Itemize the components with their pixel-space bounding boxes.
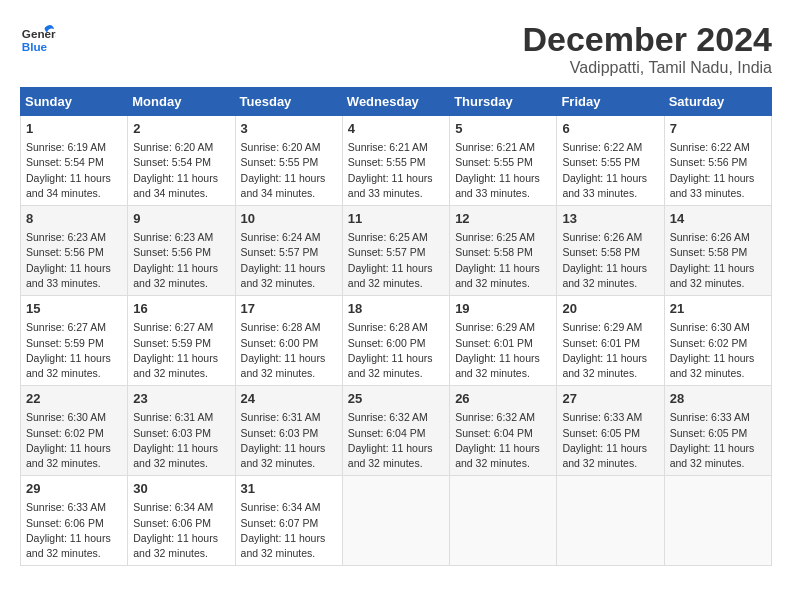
- table-row: 21Sunrise: 6:30 AMSunset: 6:02 PMDayligh…: [664, 296, 771, 386]
- col-thursday: Thursday: [450, 88, 557, 116]
- table-row: 23Sunrise: 6:31 AMSunset: 6:03 PMDayligh…: [128, 386, 235, 476]
- logo-icon: General Blue: [20, 20, 56, 56]
- day-number: 25: [348, 390, 444, 408]
- table-row: 18Sunrise: 6:28 AMSunset: 6:00 PMDayligh…: [342, 296, 449, 386]
- table-row: 10Sunrise: 6:24 AMSunset: 5:57 PMDayligh…: [235, 206, 342, 296]
- day-number: 1: [26, 120, 122, 138]
- day-number: 29: [26, 480, 122, 498]
- day-number: 28: [670, 390, 766, 408]
- table-row: 13Sunrise: 6:26 AMSunset: 5:58 PMDayligh…: [557, 206, 664, 296]
- table-row: 20Sunrise: 6:29 AMSunset: 6:01 PMDayligh…: [557, 296, 664, 386]
- cell-content: Sunrise: 6:33 AMSunset: 6:05 PMDaylight:…: [562, 410, 658, 471]
- day-number: 22: [26, 390, 122, 408]
- cell-content: Sunrise: 6:26 AMSunset: 5:58 PMDaylight:…: [562, 230, 658, 291]
- day-number: 4: [348, 120, 444, 138]
- table-row: 27Sunrise: 6:33 AMSunset: 6:05 PMDayligh…: [557, 386, 664, 476]
- day-number: 3: [241, 120, 337, 138]
- table-row: 31Sunrise: 6:34 AMSunset: 6:07 PMDayligh…: [235, 476, 342, 566]
- day-number: 12: [455, 210, 551, 228]
- table-row: [664, 476, 771, 566]
- cell-content: Sunrise: 6:25 AMSunset: 5:57 PMDaylight:…: [348, 230, 444, 291]
- page-header: General Blue December 2024 Vadippatti, T…: [20, 20, 772, 77]
- day-number: 23: [133, 390, 229, 408]
- day-number: 15: [26, 300, 122, 318]
- table-row: 24Sunrise: 6:31 AMSunset: 6:03 PMDayligh…: [235, 386, 342, 476]
- day-number: 21: [670, 300, 766, 318]
- table-row: 8Sunrise: 6:23 AMSunset: 5:56 PMDaylight…: [21, 206, 128, 296]
- cell-content: Sunrise: 6:28 AMSunset: 6:00 PMDaylight:…: [241, 320, 337, 381]
- day-number: 16: [133, 300, 229, 318]
- day-number: 30: [133, 480, 229, 498]
- day-number: 13: [562, 210, 658, 228]
- svg-text:Blue: Blue: [22, 40, 48, 53]
- cell-content: Sunrise: 6:33 AMSunset: 6:06 PMDaylight:…: [26, 500, 122, 561]
- cell-content: Sunrise: 6:26 AMSunset: 5:58 PMDaylight:…: [670, 230, 766, 291]
- col-wednesday: Wednesday: [342, 88, 449, 116]
- day-number: 24: [241, 390, 337, 408]
- day-number: 10: [241, 210, 337, 228]
- col-monday: Monday: [128, 88, 235, 116]
- table-row: [342, 476, 449, 566]
- day-number: 2: [133, 120, 229, 138]
- day-number: 19: [455, 300, 551, 318]
- calendar-table: Sunday Monday Tuesday Wednesday Thursday…: [20, 87, 772, 566]
- cell-content: Sunrise: 6:21 AMSunset: 5:55 PMDaylight:…: [348, 140, 444, 201]
- cell-content: Sunrise: 6:32 AMSunset: 6:04 PMDaylight:…: [348, 410, 444, 471]
- day-number: 8: [26, 210, 122, 228]
- cell-content: Sunrise: 6:23 AMSunset: 5:56 PMDaylight:…: [26, 230, 122, 291]
- day-number: 7: [670, 120, 766, 138]
- table-row: 6Sunrise: 6:22 AMSunset: 5:55 PMDaylight…: [557, 116, 664, 206]
- calendar-week-row: 29Sunrise: 6:33 AMSunset: 6:06 PMDayligh…: [21, 476, 772, 566]
- cell-content: Sunrise: 6:21 AMSunset: 5:55 PMDaylight:…: [455, 140, 551, 201]
- table-row: 4Sunrise: 6:21 AMSunset: 5:55 PMDaylight…: [342, 116, 449, 206]
- title-block: December 2024 Vadippatti, Tamil Nadu, In…: [522, 20, 772, 77]
- cell-content: Sunrise: 6:34 AMSunset: 6:07 PMDaylight:…: [241, 500, 337, 561]
- calendar-week-row: 22Sunrise: 6:30 AMSunset: 6:02 PMDayligh…: [21, 386, 772, 476]
- day-number: 9: [133, 210, 229, 228]
- cell-content: Sunrise: 6:22 AMSunset: 5:55 PMDaylight:…: [562, 140, 658, 201]
- table-row: 17Sunrise: 6:28 AMSunset: 6:00 PMDayligh…: [235, 296, 342, 386]
- col-tuesday: Tuesday: [235, 88, 342, 116]
- day-number: 27: [562, 390, 658, 408]
- table-row: 3Sunrise: 6:20 AMSunset: 5:55 PMDaylight…: [235, 116, 342, 206]
- day-number: 26: [455, 390, 551, 408]
- day-number: 5: [455, 120, 551, 138]
- table-row: 22Sunrise: 6:30 AMSunset: 6:02 PMDayligh…: [21, 386, 128, 476]
- logo: General Blue: [20, 20, 56, 56]
- table-row: 2Sunrise: 6:20 AMSunset: 5:54 PMDaylight…: [128, 116, 235, 206]
- cell-content: Sunrise: 6:22 AMSunset: 5:56 PMDaylight:…: [670, 140, 766, 201]
- day-number: 18: [348, 300, 444, 318]
- cell-content: Sunrise: 6:32 AMSunset: 6:04 PMDaylight:…: [455, 410, 551, 471]
- table-row: 7Sunrise: 6:22 AMSunset: 5:56 PMDaylight…: [664, 116, 771, 206]
- cell-content: Sunrise: 6:30 AMSunset: 6:02 PMDaylight:…: [26, 410, 122, 471]
- cell-content: Sunrise: 6:29 AMSunset: 6:01 PMDaylight:…: [562, 320, 658, 381]
- cell-content: Sunrise: 6:31 AMSunset: 6:03 PMDaylight:…: [133, 410, 229, 471]
- calendar-header-row: Sunday Monday Tuesday Wednesday Thursday…: [21, 88, 772, 116]
- table-row: [557, 476, 664, 566]
- location: Vadippatti, Tamil Nadu, India: [522, 59, 772, 77]
- table-row: 19Sunrise: 6:29 AMSunset: 6:01 PMDayligh…: [450, 296, 557, 386]
- cell-content: Sunrise: 6:27 AMSunset: 5:59 PMDaylight:…: [26, 320, 122, 381]
- day-number: 14: [670, 210, 766, 228]
- svg-text:General: General: [22, 27, 56, 40]
- cell-content: Sunrise: 6:20 AMSunset: 5:54 PMDaylight:…: [133, 140, 229, 201]
- cell-content: Sunrise: 6:19 AMSunset: 5:54 PMDaylight:…: [26, 140, 122, 201]
- cell-content: Sunrise: 6:28 AMSunset: 6:00 PMDaylight:…: [348, 320, 444, 381]
- table-row: 16Sunrise: 6:27 AMSunset: 5:59 PMDayligh…: [128, 296, 235, 386]
- table-row: 9Sunrise: 6:23 AMSunset: 5:56 PMDaylight…: [128, 206, 235, 296]
- cell-content: Sunrise: 6:34 AMSunset: 6:06 PMDaylight:…: [133, 500, 229, 561]
- table-row: 26Sunrise: 6:32 AMSunset: 6:04 PMDayligh…: [450, 386, 557, 476]
- table-row: 29Sunrise: 6:33 AMSunset: 6:06 PMDayligh…: [21, 476, 128, 566]
- table-row: 1Sunrise: 6:19 AMSunset: 5:54 PMDaylight…: [21, 116, 128, 206]
- table-row: 11Sunrise: 6:25 AMSunset: 5:57 PMDayligh…: [342, 206, 449, 296]
- cell-content: Sunrise: 6:27 AMSunset: 5:59 PMDaylight:…: [133, 320, 229, 381]
- table-row: 14Sunrise: 6:26 AMSunset: 5:58 PMDayligh…: [664, 206, 771, 296]
- calendar-week-row: 1Sunrise: 6:19 AMSunset: 5:54 PMDaylight…: [21, 116, 772, 206]
- month-title: December 2024: [522, 20, 772, 59]
- cell-content: Sunrise: 6:25 AMSunset: 5:58 PMDaylight:…: [455, 230, 551, 291]
- day-number: 17: [241, 300, 337, 318]
- calendar-week-row: 15Sunrise: 6:27 AMSunset: 5:59 PMDayligh…: [21, 296, 772, 386]
- table-row: 12Sunrise: 6:25 AMSunset: 5:58 PMDayligh…: [450, 206, 557, 296]
- day-number: 6: [562, 120, 658, 138]
- calendar-week-row: 8Sunrise: 6:23 AMSunset: 5:56 PMDaylight…: [21, 206, 772, 296]
